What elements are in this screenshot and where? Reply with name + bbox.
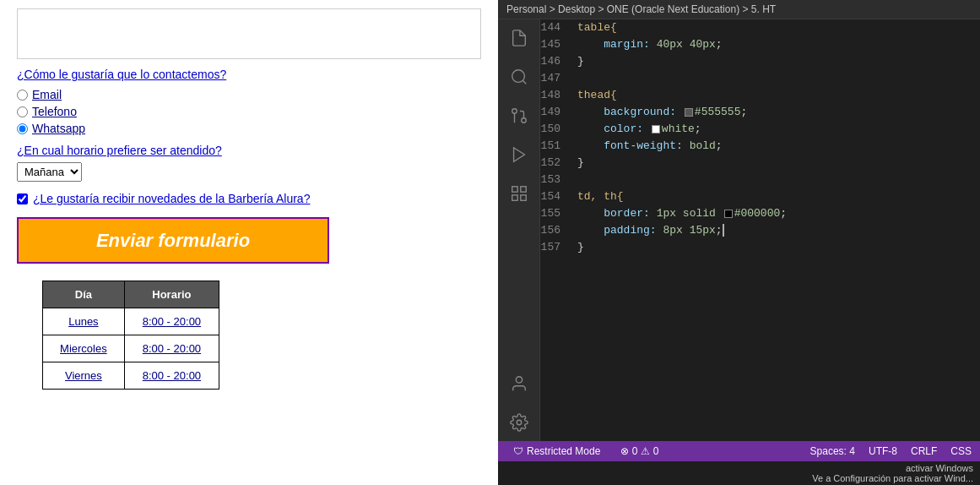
token-punct: ; [716, 224, 723, 237]
files-icon[interactable] [507, 26, 531, 50]
code-line: 156 padding: 8px 15px; [540, 222, 980, 239]
svg-rect-9 [512, 195, 517, 200]
cell-dia: Lunes [43, 308, 125, 335]
run-debug-icon[interactable] [507, 143, 531, 166]
submit-button[interactable]: Enviar formulario [17, 217, 329, 264]
horario-select[interactable]: Mañana Tarde Noche [17, 162, 82, 182]
extensions-icon[interactable] [507, 182, 531, 205]
cell-dia: Miercoles [43, 335, 125, 362]
token-selector: td, th{ [577, 190, 624, 203]
schedule-table: Día Horario Lunes8:00 - 20:00Miercoles8:… [42, 281, 219, 390]
color-swatch [652, 125, 660, 134]
token-prop: padding: [577, 224, 663, 237]
radio-whatsapp-input[interactable] [17, 123, 28, 134]
settings-icon[interactable] [507, 411, 531, 434]
source-control-icon[interactable] [507, 104, 531, 128]
watermark-area: activar Windows Ve a Configuración para … [498, 461, 980, 485]
line-number: 154 [540, 188, 574, 205]
token-val: 40px 40px [657, 38, 716, 51]
newsletter-checkbox[interactable] [17, 193, 28, 204]
line-content: background: #555555; [574, 104, 980, 121]
svg-marker-5 [513, 148, 524, 162]
cell-horario: 8:00 - 20:00 [124, 308, 219, 335]
line-number: 144 [540, 19, 574, 36]
watermark-text: activar Windows [906, 463, 973, 473]
token-punct: } [577, 55, 584, 68]
status-language[interactable]: CSS [950, 445, 972, 457]
line-content: font-weight: bold; [574, 138, 980, 155]
line-content: margin: 40px 40px; [574, 36, 980, 53]
newsletter-row: ¿Le gustaría recibir novedades de la Bar… [17, 192, 481, 205]
code-line: 155 border: 1px solid #000000; [540, 205, 980, 222]
radio-whatsapp-label: Whatsapp [32, 122, 85, 135]
status-line-ending[interactable]: CRLF [911, 445, 937, 457]
radio-telefono-input[interactable] [17, 106, 28, 117]
code-line: 157} [540, 239, 980, 256]
contact-question: ¿Cómo le gustaría que lo contactemos? [17, 68, 481, 81]
line-content: table{ [574, 19, 980, 36]
svg-point-2 [521, 118, 526, 123]
watermark-text2: Ve a Configuración para activar Wind... [812, 473, 973, 483]
cell-horario: 8:00 - 20:00 [124, 362, 219, 390]
token-val: bold [690, 139, 716, 152]
col-horario-header: Horario [124, 281, 219, 308]
search-icon[interactable] [507, 65, 531, 89]
line-number: 146 [540, 53, 574, 70]
line-number: 150 [540, 121, 574, 138]
token-prop: font-weight: [577, 139, 690, 152]
svg-point-3 [512, 109, 517, 114]
line-content: padding: 8px 15px; [574, 222, 980, 239]
token-prop: border: [577, 207, 657, 220]
token-punct: } [577, 241, 584, 253]
line-number: 155 [540, 205, 574, 222]
col-dia-header: Día [43, 281, 125, 308]
line-number: 153 [540, 172, 574, 188]
status-encoding[interactable]: UTF-8 [869, 445, 897, 457]
line-number: 148 [540, 87, 574, 104]
code-line: 144table{ [540, 19, 980, 36]
status-errors[interactable]: ⊗ 0 ⚠ 0 [620, 445, 658, 457]
svg-point-11 [517, 420, 522, 425]
token-punct: ; [695, 123, 701, 135]
line-content: color: white; [574, 121, 980, 138]
radio-email[interactable]: Email [17, 88, 481, 101]
status-bar: 🛡 Restricted Mode ⊗ 0 ⚠ 0 Spaces: 4 UTF-… [498, 441, 980, 461]
table-row: Miercoles8:00 - 20:00 [43, 335, 219, 362]
token-punct: ; [716, 139, 723, 152]
editor-body: 144table{145 margin: 40px 40px;146}147 1… [498, 19, 980, 441]
code-line: 154td, th{ [540, 188, 980, 205]
breadcrumb-text: Personal > Desktop > ONE (Oracle Next Ed… [506, 3, 776, 15]
radio-email-input[interactable] [17, 90, 28, 101]
line-content [574, 172, 980, 188]
radio-telefono[interactable]: Telefono [17, 105, 481, 118]
token-prop: margin: [577, 38, 657, 51]
line-number: 149 [540, 104, 574, 121]
cell-dia: Viernes [43, 362, 125, 390]
status-spaces[interactable]: Spaces: 4 [810, 445, 855, 457]
status-restricted-mode[interactable]: 🛡 Restricted Mode [506, 445, 607, 457]
line-content: } [574, 155, 980, 172]
svg-line-1 [522, 80, 526, 84]
radio-email-label: Email [32, 88, 62, 101]
line-ending-label: CRLF [911, 445, 937, 457]
token-selector: table{ [577, 21, 617, 34]
account-icon[interactable] [507, 372, 531, 395]
line-number: 152 [540, 155, 574, 172]
color-swatch [724, 210, 733, 218]
radio-group-contact: Email Telefono Whatsapp [17, 88, 481, 135]
radio-whatsapp[interactable]: Whatsapp [17, 122, 481, 135]
shield-icon: 🛡 [513, 445, 523, 457]
token-punct: ; [780, 207, 787, 220]
code-line: 145 margin: 40px 40px; [540, 36, 980, 53]
token-prop: color: [577, 123, 650, 135]
spaces-label: Spaces: 4 [810, 445, 855, 457]
table-row: Lunes8:00 - 20:00 [43, 308, 219, 335]
warnings-label: ⚠ 0 [641, 445, 658, 457]
code-line: 149 background: #555555; [540, 104, 980, 121]
editor-breadcrumb: Personal > Desktop > ONE (Oracle Next Ed… [498, 0, 980, 19]
cursor [723, 224, 724, 237]
code-editor[interactable]: 144table{145 margin: 40px 40px;146}147 1… [540, 19, 980, 441]
restricted-mode-label: Restricted Mode [527, 445, 600, 457]
left-panel: ¿Cómo le gustaría que lo contactemos? Em… [0, 0, 498, 485]
line-content: thead{ [574, 87, 980, 104]
